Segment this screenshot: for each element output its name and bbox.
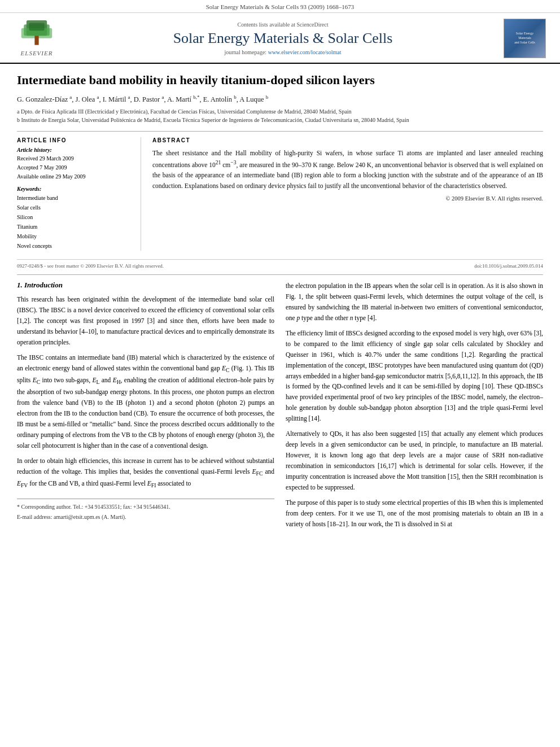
received-date: Received 29 March 2009: [17, 154, 132, 163]
journal-main-title: Solar Energy Materials & Solar Cells: [71, 30, 495, 47]
section1-para2: The IBSC contains an intermediate band (…: [17, 352, 274, 451]
journal-thumbnail: Solar EnergyMaterialsand Solar Cells: [504, 19, 549, 58]
sciencedirect-line: Contents lists available at ScienceDirec…: [71, 21, 495, 28]
article-dates: Received 29 March 2009 Accepted 7 May 20…: [17, 154, 132, 181]
journal-title-block: Contents lists available at ScienceDirec…: [71, 21, 495, 55]
article-info: ARTICLE INFO Article history: Received 2…: [17, 137, 141, 251]
svg-rect-4: [29, 23, 44, 31]
journal-header: ELSEVIER Contents lists available at Sci…: [0, 13, 560, 64]
keyword-1: Intermediate band: [17, 193, 132, 203]
elsevier-tree-icon: [20, 20, 54, 49]
section1-right-para4: The purpose of this paper is to study so…: [286, 497, 543, 530]
footnotes: * Corresponding author. Tel.: +34 914533…: [17, 499, 274, 522]
section1-title: 1. Introduction: [17, 281, 274, 290]
abstract-text: The sheet resistance and the Hall mobili…: [152, 148, 543, 191]
elsevier-logo: ELSEVIER: [11, 20, 62, 56]
section1-para1: This research has been originated within…: [17, 294, 274, 348]
elsevier-label: ELSEVIER: [21, 50, 53, 56]
right-column: the electron population in the IB appear…: [286, 281, 543, 534]
section1-right-para1: the electron population in the IB appear…: [286, 281, 543, 324]
accepted-date: Accepted 7 May 2009: [17, 163, 132, 172]
journal-citation: Solar Energy Materials & Solar Cells 93 …: [206, 3, 355, 10]
homepage-link[interactable]: www.elsevier.com/locate/solmat: [268, 49, 342, 55]
keyword-2: Solar cells: [17, 203, 132, 212]
keyword-5: Mobility: [17, 231, 132, 241]
available-date: Available online 29 May 2009: [17, 172, 132, 181]
keyword-6: Novel concepts: [17, 241, 132, 251]
journal-thumb-text: Solar EnergyMaterialsand Solar Cells: [514, 32, 535, 45]
top-bar: Solar Energy Materials & Solar Cells 93 …: [0, 0, 560, 13]
svg-rect-3: [34, 36, 38, 45]
keywords-section: Keywords: Intermediate band Solar cells …: [17, 186, 132, 251]
section1-right-para2: The efficiency limit of IBSCs designed a…: [286, 328, 543, 425]
copyright-line: © 2009 Elsevier B.V. All rights reserved…: [152, 195, 543, 202]
section1-right-para3: Alternatively to QDs, it has also been s…: [286, 429, 543, 493]
article-info-title: ARTICLE INFO: [17, 137, 132, 143]
footnote-email: E-mail address: amarti@etsit.upm.es (A. …: [17, 513, 274, 522]
keywords-label: Keywords:: [17, 186, 132, 192]
keyword-3: Silicon: [17, 212, 132, 222]
abstract-title: ABSTRACT: [152, 137, 543, 143]
affiliations: a Dpto. de Física Aplicada III (Electric…: [17, 107, 543, 124]
journal-homepage: journal homepage: www.elsevier.com/locat…: [71, 49, 495, 55]
section1-para3: In order to obtain high efficiencies, th…: [17, 456, 274, 490]
footnote-corresponding: * Corresponding author. Tel.: +34 914533…: [17, 503, 274, 512]
affiliation-a: a Dpto. de Física Aplicada III (Electric…: [17, 107, 543, 116]
issn-line: 0927-0248/$ - see front matter © 2009 El…: [17, 263, 164, 269]
divider: [17, 131, 543, 132]
abstract-section: ABSTRACT The sheet resistance and the Ha…: [152, 137, 543, 251]
journal-thumb-box: Solar EnergyMaterialsand Solar Cells: [504, 19, 546, 58]
doi-line: doi:10.1016/j.solmat.2009.05.014: [474, 263, 543, 269]
body-columns: 1. Introduction This research has been o…: [17, 281, 543, 534]
page-wrapper: Solar Energy Materials & Solar Cells 93 …: [0, 0, 560, 545]
keyword-4: Titanium: [17, 222, 132, 231]
article-title: Intermediate band mobility in heavily ti…: [17, 72, 543, 89]
info-abstract-section: ARTICLE INFO Article history: Received 2…: [17, 137, 543, 251]
keywords-list: Intermediate band Solar cells Silicon Ti…: [17, 193, 132, 251]
authors: G. Gonzalez-Díaz a, J. Olea a, I. Mártil…: [17, 94, 543, 104]
section-divider: [17, 274, 543, 275]
history-label: Article history:: [17, 147, 132, 153]
left-column: 1. Introduction This research has been o…: [17, 281, 274, 534]
article-content: Intermediate band mobility in heavily ti…: [0, 64, 560, 545]
bottom-info: 0927-0248/$ - see front matter © 2009 El…: [17, 259, 543, 269]
affiliation-b: b Instituto de Energía Solar, Universida…: [17, 116, 543, 124]
